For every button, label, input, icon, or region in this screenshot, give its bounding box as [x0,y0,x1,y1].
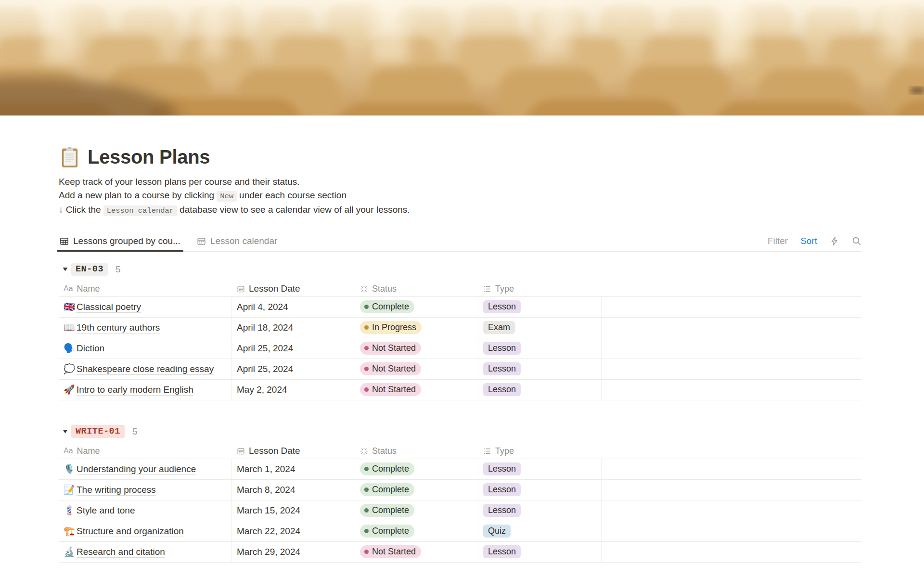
type-badge[interactable]: Lesson [483,504,521,517]
inline-code: New [217,191,237,202]
row-name-link[interactable]: Structure and organization [77,526,184,537]
status-cell[interactable]: Not Started [355,359,478,379]
name-cell[interactable]: 🇬🇧 Classical poetry [59,297,232,317]
toggle-triangle-icon[interactable] [59,267,71,271]
row-name-link[interactable]: The writing process [77,484,156,496]
table-row: 🔬 Research and citation March 29, 2024 N… [59,542,861,563]
status-badge[interactable]: Complete [360,300,414,313]
row-name-link[interactable]: Diction [77,343,104,354]
name-cell[interactable]: 🗣️ Diction [59,338,232,359]
row-name-link[interactable]: Research and citation [77,546,165,558]
status-cell[interactable]: Complete [355,297,478,317]
status-cell[interactable]: Not Started [355,338,478,359]
table-row: 💈 Style and tone March 15, 2024 Complete… [59,500,861,521]
status-badge[interactable]: Complete [360,525,414,538]
column-header-status[interactable]: Status [355,446,478,456]
row-name-link[interactable]: Style and tone [77,505,135,516]
name-cell[interactable]: 🎙️ Understanding your audience [59,459,232,479]
status-badge[interactable]: Complete [360,483,414,496]
column-header-name[interactable]: AaName [59,446,232,456]
tab-lessons-grouped-by-cou[interactable]: Lessons grouped by cou... [59,231,181,251]
type-badge[interactable]: Lesson [483,342,521,355]
status-cell[interactable]: Complete [355,480,478,500]
date-cell[interactable]: March 29, 2024 [232,542,355,562]
column-header-lesson-date[interactable]: Lesson Date [232,283,355,294]
row-emoji-icon: 💭 [64,363,77,374]
date-cell[interactable]: March 15, 2024 [232,500,355,521]
table-row: 🚀 Intro to early modern English May 2, 2… [59,380,861,400]
type-cell[interactable]: Lesson [478,297,602,317]
lightning-icon[interactable] [830,236,839,246]
filter-button[interactable]: Filter [768,236,788,246]
row-emoji-icon: 🇬🇧 [64,301,77,312]
row-name-link[interactable]: Understanding your audience [77,463,196,475]
status-badge[interactable]: Not Started [360,545,421,558]
status-cell[interactable]: Complete [355,500,478,521]
calendar-view-icon [197,237,206,246]
type-cell[interactable]: Lesson [478,500,602,521]
type-badge[interactable]: Lesson [483,300,521,313]
date-cell[interactable]: May 2, 2024 [232,380,355,400]
status-badge[interactable]: Complete [360,462,414,475]
group-header[interactable]: WRITE-01 5 [59,424,861,439]
type-cell[interactable]: Lesson [478,480,602,500]
status-cell[interactable]: Not Started [355,542,478,562]
name-cell[interactable]: 📖 19th century authors [59,318,232,338]
name-cell[interactable]: 🏗️ Structure and organization [59,521,232,541]
name-cell[interactable]: 💈 Style and tone [59,500,232,521]
status-cell[interactable]: Complete [355,459,478,479]
toggle-triangle-icon[interactable] [59,429,71,434]
type-cell[interactable]: Lesson [478,542,602,562]
type-cell[interactable]: Lesson [478,359,602,379]
tab-lesson-calendar[interactable]: Lesson calendar [196,231,278,251]
status-cell[interactable]: Complete [355,521,478,541]
date-cell[interactable]: April 25, 2024 [232,338,355,359]
column-header-name[interactable]: AaName [59,284,232,294]
type-cell[interactable]: Exam [478,318,602,338]
date-cell[interactable]: March 8, 2024 [232,480,355,500]
column-header-type[interactable]: Type [478,284,602,294]
type-cell[interactable]: Lesson [478,459,602,479]
column-header-type[interactable]: Type [478,446,602,456]
row-name-link[interactable]: Classical poetry [77,301,141,313]
row-name-link[interactable]: Intro to early modern English [77,384,193,396]
row-name-link[interactable]: Shakespeare close reading essay [77,363,214,375]
type-badge[interactable]: Lesson [483,362,521,375]
date-cell[interactable]: April 4, 2024 [232,297,355,317]
status-badge[interactable]: Not Started [360,342,421,355]
type-cell[interactable]: Lesson [478,338,602,359]
type-badge[interactable]: Exam [483,321,515,334]
status-badge[interactable]: Not Started [360,362,421,375]
name-cell[interactable]: 🔬 Research and citation [59,542,232,562]
status-badge[interactable]: Not Started [360,383,421,396]
name-cell[interactable]: 📝 The writing process [59,480,232,500]
name-cell[interactable]: 🚀 Intro to early modern English [59,380,232,400]
status-cell[interactable]: In Progress [355,318,478,338]
search-icon[interactable] [852,236,861,246]
row-emoji-icon: 📝 [64,484,77,495]
status-badge[interactable]: In Progress [360,321,422,334]
row-name-link[interactable]: 19th century authors [77,322,160,333]
name-cell[interactable]: 💭 Shakespeare close reading essay [59,359,232,379]
type-cell[interactable]: Quiz [478,521,602,541]
type-cell[interactable]: Lesson [478,380,602,400]
status-badge[interactable]: Complete [360,504,414,517]
group-header[interactable]: EN-03 5 [59,262,861,277]
column-header-status[interactable]: Status [355,284,478,294]
table-row: 📝 The writing process March 8, 2024 Comp… [59,480,861,500]
sort-button[interactable]: Sort [800,236,817,246]
date-cell[interactable]: March 22, 2024 [232,521,355,541]
date-cell[interactable]: April 25, 2024 [232,359,355,379]
column-header-lesson-date[interactable]: Lesson Date [232,446,355,456]
type-badge[interactable]: Lesson [483,545,521,558]
date-cell[interactable]: April 18, 2024 [232,318,355,338]
status-cell[interactable]: Not Started [355,380,478,400]
table-row: 🗣️ Diction April 25, 2024 Not Started Le… [59,338,861,359]
group-count: 5 [132,426,138,437]
type-badge[interactable]: Lesson [483,483,521,496]
type-badge[interactable]: Lesson [483,383,521,396]
type-badge[interactable]: Lesson [483,462,521,475]
type-badge[interactable]: Quiz [483,525,511,538]
date-cell[interactable]: March 1, 2024 [232,459,355,479]
page-icon-clipboard[interactable] [59,146,81,168]
